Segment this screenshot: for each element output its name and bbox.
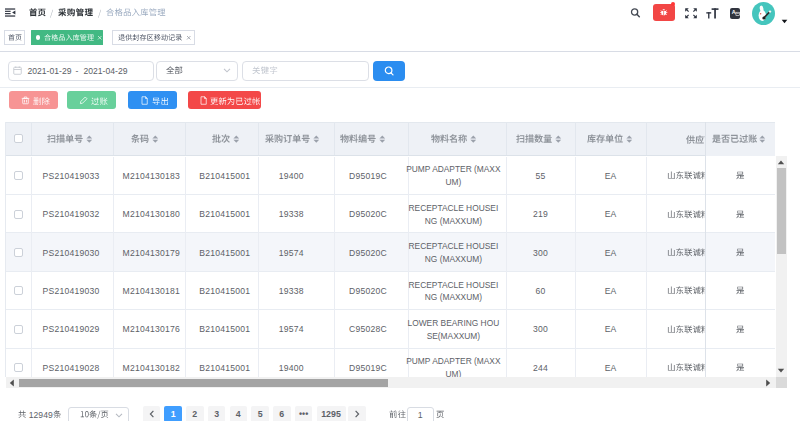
- svg-text:A: A: [731, 10, 735, 16]
